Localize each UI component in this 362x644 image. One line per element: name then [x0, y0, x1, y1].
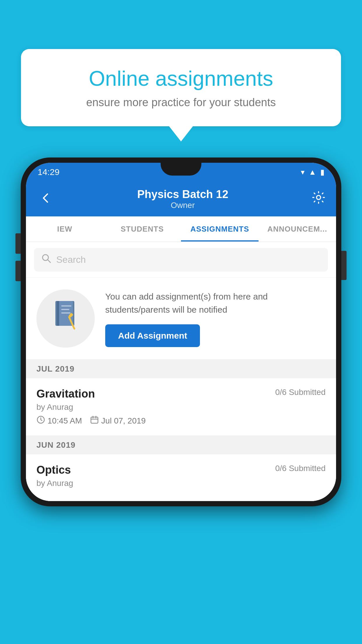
search-container: Search [26, 242, 336, 278]
tab-announcements[interactable]: ANNOUNCEM... [259, 216, 336, 242]
volume-down-button [15, 261, 21, 281]
add-assignment-button[interactable]: Add Assignment [105, 324, 200, 347]
svg-rect-4 [57, 301, 59, 326]
settings-button[interactable] [312, 190, 326, 207]
bubble-subtitle: ensure more practice for your students [42, 96, 320, 109]
promo-content: You can add assignment(s) from here and … [105, 290, 326, 347]
assignment-item-gravitation[interactable]: Gravitation 0/6 Submitted by Anurag 10:4… [26, 378, 336, 436]
search-input-wrapper[interactable]: Search [34, 248, 328, 272]
assignment-meta: 10:45 AM Jul 07, 2019 [36, 415, 326, 426]
tab-students[interactable]: STUDENTS [103, 216, 181, 242]
volume-buttons [15, 233, 21, 281]
meta-time: 10:45 AM [36, 415, 82, 426]
month-header-jun-2019: JUN 2019 [26, 436, 336, 454]
month-header-jul-2019: JUL 2019 [26, 360, 336, 378]
tab-bar: IEW STUDENTS ASSIGNMENTS ANNOUNCEM... [26, 216, 336, 242]
status-bar: 14:29 ▾ ▲ ▮ [26, 163, 336, 181]
optics-row1: Optics 0/6 Submitted [36, 464, 326, 476]
svg-point-0 [317, 195, 321, 200]
power-button [341, 251, 347, 280]
assignment-row1: Gravitation 0/6 Submitted [36, 388, 326, 400]
tab-overview[interactable]: IEW [26, 216, 103, 242]
assignment-date: Jul 07, 2019 [101, 416, 146, 426]
status-time: 14:29 [38, 167, 59, 177]
optics-by: by Anurag [36, 479, 326, 488]
tab-assignments[interactable]: ASSIGNMENTS [181, 216, 259, 242]
svg-rect-6 [61, 309, 69, 310]
svg-rect-5 [61, 305, 71, 307]
assignment-item-optics[interactable]: Optics 0/6 Submitted by Anurag [26, 454, 336, 501]
optics-submitted: 0/6 Submitted [275, 464, 326, 473]
optics-name: Optics [36, 464, 71, 476]
speech-bubble-container: Online assignments ensure more practice … [21, 49, 341, 126]
app-bar-title: Physics Batch 12 [54, 188, 312, 201]
notebook-icon [51, 300, 80, 338]
wifi-icon: ▾ [301, 168, 305, 177]
volume-up-button [15, 233, 21, 254]
search-placeholder: Search [56, 254, 86, 265]
speech-bubble: Online assignments ensure more practice … [21, 49, 341, 126]
battery-icon: ▮ [320, 168, 324, 177]
notch [161, 163, 201, 176]
calendar-icon [90, 415, 99, 426]
status-icons: ▾ ▲ ▮ [301, 168, 324, 177]
promo-icon-circle [36, 289, 95, 348]
assignment-time: 10:45 AM [48, 416, 82, 426]
assignment-by: by Anurag [36, 402, 326, 412]
signal-icon: ▲ [309, 168, 316, 177]
app-bar-subtitle: Owner [54, 201, 312, 210]
app-bar-title-group: Physics Batch 12 Owner [54, 188, 312, 210]
phone-outer: 14:29 ▾ ▲ ▮ Physics Batch 12 Owner [21, 158, 341, 506]
app-bar: Physics Batch 12 Owner [26, 181, 336, 216]
phone-screen: 14:29 ▾ ▲ ▮ Physics Batch 12 Owner [26, 163, 336, 501]
search-icon [41, 253, 52, 266]
phone-device: 14:29 ▾ ▲ ▮ Physics Batch 12 Owner [21, 158, 341, 506]
clock-icon [36, 415, 45, 426]
back-button[interactable] [36, 188, 54, 210]
svg-rect-11 [91, 417, 98, 423]
promo-text: You can add assignment(s) from here and … [105, 290, 326, 316]
meta-date: Jul 07, 2019 [90, 415, 146, 426]
bubble-title: Online assignments [42, 66, 320, 90]
assignment-name: Gravitation [36, 388, 95, 400]
svg-rect-7 [61, 312, 71, 314]
promo-section: You can add assignment(s) from here and … [26, 278, 336, 360]
assignment-submitted: 0/6 Submitted [275, 388, 326, 397]
